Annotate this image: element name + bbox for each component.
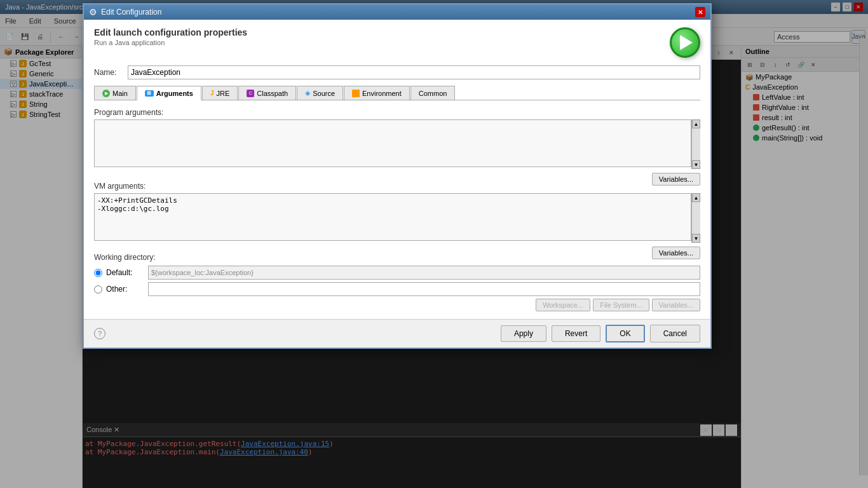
ok-cancel-group: OK Cancel	[606, 325, 700, 342]
env-tab-icon	[352, 90, 360, 97]
scroll-down-2[interactable]: ▼	[692, 234, 700, 243]
dialog-title-text: Edit Configuration	[101, 8, 161, 17]
default-radio-row: Default:	[94, 266, 700, 280]
vm-variables-button[interactable]: Variables...	[652, 247, 700, 259]
tab-common-label: Common	[419, 90, 447, 97]
working-dir-section: Working directory: Default: Other: Works…	[94, 253, 700, 311]
source-tab-icon: ◈	[305, 89, 310, 97]
default-radio-label: Default:	[106, 268, 144, 277]
apply-revert-group: Apply Revert	[501, 325, 600, 342]
other-dir-field[interactable]	[148, 282, 700, 296]
scroll-up-2[interactable]: ▲	[692, 193, 700, 202]
working-dir-label: Working directory:	[94, 253, 700, 262]
scroll-down-1[interactable]: ▼	[692, 160, 700, 169]
revert-button[interactable]: Revert	[552, 325, 600, 342]
dialog-titlebar: ⚙ Edit Configuration ✕	[84, 4, 710, 20]
program-args-section: Program arguments: ▲ ▼ Variables...	[94, 108, 700, 169]
vm-args-section: VM arguments: -XX:+PrintGCDetails -Xlogg…	[94, 182, 700, 243]
args-tab-icon: ⊞	[145, 90, 154, 97]
classpath-tab-icon: C	[247, 90, 254, 97]
ok-button[interactable]: OK	[606, 325, 644, 342]
tab-environment[interactable]: Environment	[344, 86, 410, 100]
run-button[interactable]	[670, 27, 700, 58]
cancel-button[interactable]: Cancel	[650, 325, 700, 342]
tab-arguments-label: Arguments	[156, 90, 193, 97]
vm-args-scrollbar[interactable]: ▲ ▼	[691, 193, 700, 243]
dialog-footer: ? Apply Revert OK Cancel	[84, 319, 710, 348]
program-args-textarea[interactable]	[94, 119, 691, 167]
other-radio-label: Other:	[106, 285, 144, 294]
dialog-overlay: ⚙ Edit Configuration ✕ Edit launch confi…	[0, 0, 868, 488]
apply-button[interactable]: Apply	[501, 325, 546, 342]
tab-classpath-label: Classpath	[257, 90, 288, 97]
name-label: Name:	[94, 68, 123, 77]
tab-jre[interactable]: J JRE	[202, 86, 238, 100]
tab-arguments[interactable]: ⊞ Arguments	[137, 86, 201, 100]
default-dir-field	[148, 266, 700, 280]
vm-args-wrapper: -XX:+PrintGCDetails -Xloggc:d:\gc.log ▲ …	[94, 193, 700, 243]
program-args-label: Program arguments:	[94, 108, 700, 117]
tab-jre-label: JRE	[216, 90, 229, 97]
edit-configuration-dialog: ⚙ Edit Configuration ✕ Edit launch confi…	[83, 3, 712, 349]
dir-buttons: Workspace... File System... Variables...	[94, 299, 700, 311]
tab-environment-label: Environment	[362, 90, 402, 97]
help-button[interactable]: ?	[94, 328, 105, 339]
radio-group: Default: Other:	[94, 266, 700, 296]
main-tab-icon: ▶	[102, 90, 110, 97]
dialog-main-heading: Edit launch configuration properties	[94, 27, 247, 37]
tab-source-label: Source	[313, 90, 335, 97]
vm-args-textarea[interactable]: -XX:+PrintGCDetails -Xloggc:d:\gc.log	[94, 193, 691, 241]
footer-row: ? Apply Revert OK Cancel	[94, 325, 700, 342]
tab-main[interactable]: ▶ Main	[94, 86, 136, 100]
dialog-sub-heading: Run a Java application	[94, 39, 247, 46]
scroll-up-1[interactable]: ▲	[692, 119, 700, 128]
jre-tab-icon: J	[210, 90, 214, 97]
tab-source[interactable]: ◈ Source	[297, 86, 343, 100]
dialog-icon: ⚙	[89, 7, 97, 17]
footer-right-buttons: Apply Revert OK Cancel	[501, 325, 700, 342]
dialog-header: Edit launch configuration properties Run…	[94, 27, 700, 58]
other-radio-row: Other:	[94, 282, 700, 296]
dialog-body: Edit launch configuration properties Run…	[84, 20, 710, 319]
dir-variables-button[interactable]: Variables...	[652, 299, 700, 311]
dialog-close-button[interactable]: ✕	[695, 7, 705, 17]
dialog-heading-area: Edit launch configuration properties Run…	[94, 27, 247, 46]
tab-classpath[interactable]: C Classpath	[238, 86, 296, 100]
program-args-scrollbar[interactable]: ▲ ▼	[691, 119, 700, 169]
name-input[interactable]	[128, 65, 700, 79]
run-triangle-icon	[680, 35, 693, 50]
other-radio[interactable]	[94, 285, 102, 294]
name-row: Name:	[94, 65, 700, 79]
vm-args-label: VM arguments:	[94, 182, 700, 191]
program-args-wrapper: ▲ ▼	[94, 119, 700, 169]
dialog-title-left: ⚙ Edit Configuration	[89, 7, 161, 17]
workspace-button[interactable]: Workspace...	[536, 299, 590, 311]
tab-main-label: Main	[112, 90, 128, 97]
tab-common[interactable]: Common	[410, 86, 456, 100]
file-system-button[interactable]: File System...	[593, 299, 649, 311]
default-radio[interactable]	[94, 269, 102, 277]
tabs-bar: ▶ Main ⊞ Arguments J JRE C Classpath ◈	[94, 86, 700, 100]
program-variables-button[interactable]: Variables...	[652, 173, 700, 186]
